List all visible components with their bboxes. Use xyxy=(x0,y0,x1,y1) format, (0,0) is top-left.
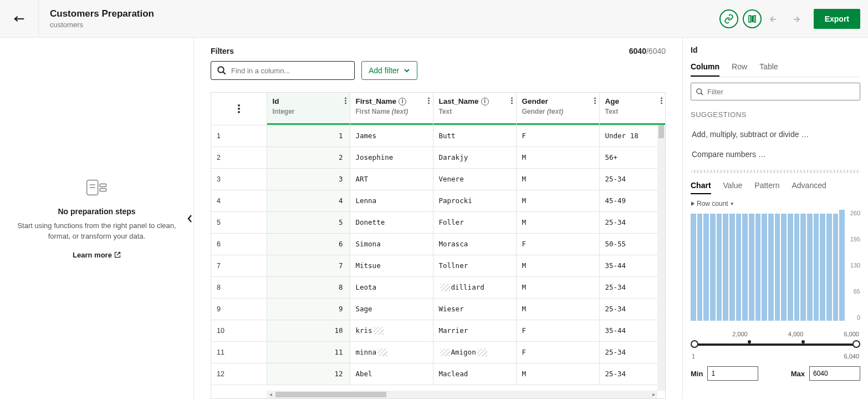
link-button[interactable] xyxy=(719,9,738,28)
table-cell[interactable]: 4 xyxy=(267,190,350,211)
histogram-bar[interactable] xyxy=(703,214,709,321)
profile-tab[interactable]: Pattern xyxy=(754,181,779,194)
table-cell[interactable]: Venere xyxy=(433,168,516,190)
table-cell[interactable]: 9 xyxy=(211,298,267,320)
table-cell[interactable]: 12 xyxy=(211,363,267,385)
table-cell[interactable]: 8 xyxy=(267,276,350,298)
suggestion-item[interactable]: Compare numbers … xyxy=(691,144,860,164)
table-cell[interactable]: Donette xyxy=(350,211,433,233)
histogram-bar[interactable] xyxy=(814,214,819,321)
histogram-bar[interactable] xyxy=(820,214,825,321)
profile-tab[interactable]: Chart xyxy=(691,181,711,194)
histogram-bar[interactable] xyxy=(691,214,696,321)
table-cell[interactable]: 2 xyxy=(267,147,350,168)
slider-handle-min[interactable] xyxy=(691,340,698,348)
table-cell[interactable]: 5 xyxy=(211,211,267,233)
table-cell[interactable]: kris xyxy=(350,320,433,341)
table-cell[interactable]: 6 xyxy=(267,233,350,255)
table-cell[interactable]: Paprocki xyxy=(433,190,516,211)
collapse-left-panel-button[interactable] xyxy=(186,210,194,227)
table-cell[interactable]: M xyxy=(516,147,599,168)
table-cell[interactable]: 10 xyxy=(267,320,350,341)
horizontal-scrollbar[interactable]: ◂ ▸ xyxy=(267,391,657,398)
histogram-chart[interactable]: 260195130650 xyxy=(691,210,860,321)
table-cell[interactable]: ART xyxy=(350,168,433,190)
histogram-bar[interactable] xyxy=(742,214,748,321)
column-search-input[interactable] xyxy=(231,67,349,75)
table-cell[interactable]: 56+ xyxy=(599,147,666,168)
column-header[interactable]: AgeText xyxy=(599,93,666,125)
table-row[interactable]: 1111minnaAmigonF25-34 xyxy=(211,341,666,363)
table-cell[interactable]: Butt xyxy=(433,125,516,147)
histogram-bar[interactable] xyxy=(717,214,722,321)
histogram-bar[interactable] xyxy=(749,214,754,321)
table-row[interactable]: 1212AbelMacleadM25-34 xyxy=(211,363,666,385)
range-slider[interactable] xyxy=(694,341,857,349)
back-button[interactable] xyxy=(0,0,39,38)
histogram-bar[interactable] xyxy=(755,214,761,321)
table-cell[interactable]: Josephine xyxy=(350,147,433,168)
drag-handle[interactable] xyxy=(691,170,860,173)
histogram-bar[interactable] xyxy=(736,214,742,321)
table-cell[interactable]: 1 xyxy=(267,125,350,147)
table-cell[interactable]: Abel xyxy=(350,363,433,385)
right-panel-filter[interactable] xyxy=(691,83,860,100)
table-cell[interactable]: 3 xyxy=(267,168,350,190)
table-row[interactable]: 55DonetteFollerM25-34 xyxy=(211,211,666,233)
histogram-bar[interactable] xyxy=(794,214,800,321)
right-panel-filter-input[interactable] xyxy=(707,88,855,96)
table-cell[interactable]: 12 xyxy=(267,363,350,385)
export-button[interactable]: Export xyxy=(814,9,860,29)
scroll-right-icon[interactable]: ▸ xyxy=(650,391,657,398)
table-cell[interactable]: 10 xyxy=(211,320,267,341)
histogram-bar[interactable] xyxy=(697,214,703,321)
table-cell[interactable]: 35-44 xyxy=(599,320,666,341)
table-cell[interactable]: 9 xyxy=(267,298,350,320)
table-cell[interactable]: 25-34 xyxy=(599,168,666,190)
table-cell[interactable]: 25-34 xyxy=(599,276,666,298)
max-input[interactable] xyxy=(809,366,860,381)
table-cell[interactable]: M xyxy=(516,276,599,298)
histogram-bar[interactable] xyxy=(781,214,787,321)
table-cell[interactable]: Morasca xyxy=(433,233,516,255)
histogram-bar[interactable] xyxy=(775,214,780,321)
table-cell[interactable]: 5 xyxy=(267,211,350,233)
row-count-dropdown[interactable]: Row count ▼ xyxy=(691,200,860,208)
table-cell[interactable]: 3 xyxy=(211,168,267,190)
table-cell[interactable]: M xyxy=(516,211,599,233)
min-input[interactable] xyxy=(707,366,758,381)
column-menu-button[interactable] xyxy=(511,97,513,106)
table-cell[interactable]: 8 xyxy=(211,276,267,298)
table-cell[interactable]: 1 xyxy=(211,125,267,147)
histogram-bar[interactable] xyxy=(768,214,774,321)
scrollbar-thumb[interactable] xyxy=(275,392,386,397)
columns-button[interactable] xyxy=(743,9,762,28)
table-cell[interactable]: 7 xyxy=(211,255,267,276)
row-number-header[interactable] xyxy=(211,93,267,125)
table-row[interactable]: 44LennaPaprockiM45-49 xyxy=(211,190,666,211)
scrollbar-thumb[interactable] xyxy=(658,125,664,138)
table-cell[interactable]: M xyxy=(516,298,599,320)
table-cell[interactable]: F xyxy=(516,320,599,341)
table-cell[interactable]: dilliard xyxy=(433,276,516,298)
column-header[interactable]: GenderGender (text) xyxy=(516,93,599,125)
table-cell[interactable]: Mitsue xyxy=(350,255,433,276)
add-filter-button[interactable]: Add filter xyxy=(361,61,417,80)
column-menu-button[interactable] xyxy=(594,97,596,106)
table-cell[interactable]: 25-34 xyxy=(599,363,666,385)
table-row[interactable]: 22JosephineDarakjyM56+ xyxy=(211,147,666,168)
histogram-bar[interactable] xyxy=(833,214,839,321)
column-search[interactable] xyxy=(211,61,355,80)
table-cell[interactable]: 11 xyxy=(267,341,350,363)
table-cell[interactable]: 4 xyxy=(211,190,267,211)
table-row[interactable]: 11JamesButtFUnder 18 xyxy=(211,125,666,147)
table-cell[interactable]: 50-55 xyxy=(599,233,666,255)
column-menu-button[interactable] xyxy=(661,97,662,106)
learn-more-link[interactable]: Learn more xyxy=(73,251,121,259)
table-cell[interactable]: 25-34 xyxy=(599,211,666,233)
table-cell[interactable]: 25-34 xyxy=(599,298,666,320)
table-cell[interactable]: 6 xyxy=(211,233,267,255)
table-row[interactable]: 1010krisMarrierF35-44 xyxy=(211,320,666,341)
right-panel-tab[interactable]: Row xyxy=(732,62,747,77)
table-cell[interactable]: 35-44 xyxy=(599,255,666,276)
